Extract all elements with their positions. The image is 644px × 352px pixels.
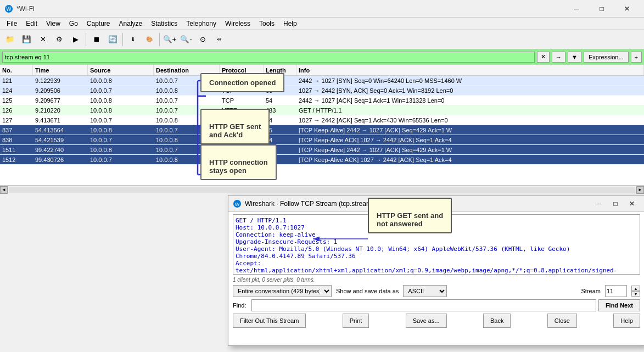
hscroll-right-btn[interactable]: ► [636, 186, 644, 194]
dialog-content: GET / HTTP/1.1 Host: 10.0.0.7:1027 Conne… [228, 212, 644, 345]
toolbar-sep-1 [86, 33, 86, 46]
close-button[interactable]: Close [547, 314, 577, 328]
help-button[interactable]: Help [613, 314, 640, 328]
cell-info: GET / HTTP/1.1 [296, 105, 644, 115]
toolbar-options[interactable]: ⚙ [52, 32, 67, 47]
stream-input[interactable] [605, 285, 627, 297]
filter-input[interactable] [2, 52, 535, 63]
toolbar-zoom-out[interactable]: 🔍- [178, 32, 194, 47]
menu-help[interactable]: Help [279, 19, 301, 29]
filter-bookmark-button[interactable]: ▼ [568, 52, 581, 63]
print-button[interactable]: Print [343, 314, 369, 328]
cell-time: 9.413671 [33, 115, 88, 125]
table-row[interactable]: 126 9.210220 10.0.0.8 10.0.0.7 HTTP 483 … [0, 105, 644, 115]
back-button[interactable]: Back [483, 314, 511, 328]
table-row[interactable]: 125 9.209677 10.0.0.8 10.0.0.7 TCP 54 24… [0, 96, 644, 105]
filter-add-button[interactable]: + [631, 52, 642, 63]
cell-len: 54 [264, 135, 296, 144]
dialog-minimize-button[interactable]: ─ [591, 196, 607, 211]
cell-dst: 10.0.0.7 [154, 76, 220, 85]
header-no: No. [0, 65, 33, 75]
conversation-select[interactable]: Entire conversation (429 bytes) [233, 285, 332, 297]
h-scrollbar[interactable]: ◄ ► [0, 186, 644, 193]
menu-statistics[interactable]: Statistics [147, 19, 182, 29]
table-row[interactable]: 124 9.209506 10.0.0.7 10.0.0.8 TCP 66 10… [0, 86, 644, 96]
menu-capture[interactable]: Capture [82, 19, 115, 29]
table-row[interactable]: 838 54.421539 10.0.0.7 10.0.0.8 TCP 54 [… [0, 135, 644, 145]
dialog-close-button[interactable]: ✕ [624, 196, 640, 211]
table-row[interactable]: 121 9.122939 10.0.0.8 10.0.0.7 TCP 66 24… [0, 76, 644, 86]
cell-time: 9.209506 [33, 86, 88, 95]
cell-no: 126 [0, 105, 33, 115]
cell-dst: 10.0.0.7 [154, 145, 220, 154]
table-row[interactable]: 127 9.413671 10.0.0.7 10.0.0.8 TCP 54 10… [0, 115, 644, 125]
toolbar-colorize[interactable]: 🎨 [142, 32, 157, 47]
filter-out-stream-button[interactable]: Filter Out This Stream [233, 314, 306, 328]
tcp-text-line-1: GET / HTTP/1.1 Host: 10.0.0.7:1027 Conne… [236, 217, 617, 275]
cell-no: 1512 [0, 155, 33, 164]
header-info: Info [296, 65, 644, 75]
hscroll-left-btn[interactable]: ◄ [0, 186, 8, 194]
table-row[interactable]: 1511 99.422740 10.0.0.8 10.0.0.7 TCP 55 … [0, 145, 644, 155]
cell-src: 10.0.0.8 [88, 76, 154, 85]
save-as-button[interactable]: Save as... [406, 314, 447, 328]
toolbar-close[interactable]: ✕ [35, 32, 51, 47]
toolbar-stop[interactable]: ⏹ [88, 32, 104, 47]
toolbar-sep-2 [122, 33, 123, 46]
header-time: Time [33, 65, 88, 75]
cell-no: 124 [0, 86, 33, 95]
header-source: Source [88, 65, 154, 75]
toolbar-restart[interactable]: 🔄 [105, 32, 120, 47]
cell-proto: TCP [220, 96, 264, 105]
window-controls: ─ □ ✕ [564, 0, 640, 18]
filter-arrow-button[interactable]: → [552, 52, 565, 63]
stream-down-button[interactable]: ▼ [631, 291, 640, 297]
stream-spinner[interactable]: ▲ ▼ [631, 286, 640, 297]
hscroll-track[interactable] [9, 187, 635, 193]
find-label: Find: [233, 302, 249, 309]
filter-clear-button[interactable]: ✕ [537, 52, 550, 63]
menu-wireless[interactable]: Wireless [221, 19, 255, 29]
find-row: Find: Find Next [233, 299, 640, 311]
toolbar-save[interactable]: 💾 [19, 32, 34, 47]
cell-proto: TCP [220, 76, 264, 85]
toolbar-open[interactable]: 📁 [2, 32, 18, 47]
toolbar-sep-3 [159, 33, 160, 46]
dialog-maximize-button[interactable]: □ [607, 196, 624, 211]
app-icon: W [4, 4, 13, 13]
cell-dst: 10.0.0.8 [154, 155, 220, 164]
stream-up-button[interactable]: ▲ [631, 286, 640, 291]
menu-telephony[interactable]: Telephony [182, 19, 221, 29]
filter-expression-button[interactable]: Expression... [584, 52, 629, 63]
menu-edit[interactable]: Edit [21, 19, 42, 29]
header-protocol: Protocol [220, 65, 264, 75]
table-row[interactable]: 1512 99.430726 10.0.0.7 10.0.0.8 TCP 66 … [0, 155, 644, 165]
maximize-button[interactable]: □ [589, 0, 614, 18]
cell-len: 66 [264, 155, 296, 164]
cell-info: [TCP Keep-Alive ACK] 1027 → 2442 [ACK] S… [296, 135, 644, 144]
find-next-button[interactable]: Find Next [598, 299, 640, 311]
cell-time: 9.209677 [33, 96, 88, 105]
toolbar-scroll-autoscroll[interactable]: ⬇ [125, 32, 141, 47]
cell-info: [TCP Keep-Alive] 2442 → 1027 [ACK] Seq=4… [296, 145, 644, 154]
close-window-button[interactable]: ✕ [614, 0, 640, 18]
toolbar-zoom-reset[interactable]: ⊙ [195, 32, 210, 47]
menu-analyze[interactable]: Analyze [115, 19, 147, 29]
toolbar-zoom-in[interactable]: 🔍+ [162, 32, 177, 47]
encoding-select[interactable]: ASCII [403, 285, 447, 297]
table-row[interactable]: 837 54.413564 10.0.0.8 10.0.0.7 TCP 55 [… [0, 125, 644, 135]
find-input[interactable] [251, 299, 596, 311]
menu-go[interactable]: Go [65, 19, 82, 29]
minimize-button[interactable]: ─ [564, 0, 589, 18]
toolbar-resize[interactable]: ⇔ [211, 32, 227, 47]
toolbar-start-capture[interactable]: ▶ [68, 32, 83, 47]
packet-list: No. Time Source Destination Protocol Len… [0, 65, 644, 186]
cell-info: [TCP Keep-Alive ACK] 1027 → 2442 [ACK] S… [296, 155, 644, 164]
tcp-stream-text[interactable]: GET / HTTP/1.1 Host: 10.0.0.7:1027 Conne… [233, 214, 640, 275]
menu-view[interactable]: View [42, 19, 65, 29]
menu-file[interactable]: File [2, 19, 21, 29]
cell-dst: 10.0.0.7 [154, 96, 220, 105]
window-title: *Wi-Fi [16, 5, 564, 13]
dialog-titlebar: W Wireshark · Follow TCP Stream (tcp.str… [228, 195, 644, 212]
menu-tools[interactable]: Tools [255, 19, 279, 29]
